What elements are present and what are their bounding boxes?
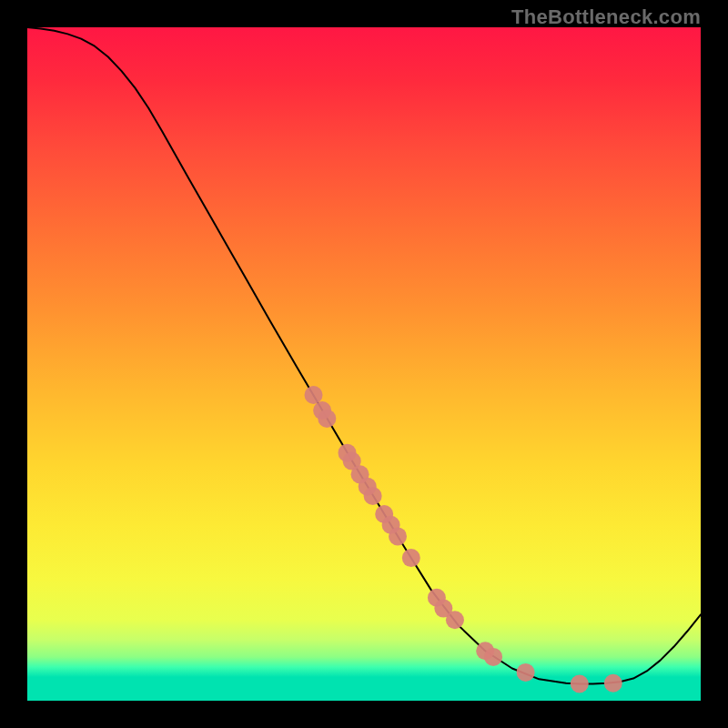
scatter-point bbox=[446, 611, 464, 629]
scatter-point bbox=[484, 648, 502, 666]
scatter-point bbox=[318, 410, 336, 428]
scatter-point bbox=[517, 663, 535, 682]
series-group bbox=[27, 27, 701, 684]
scatter-point bbox=[571, 675, 589, 693]
scatter-group bbox=[305, 386, 622, 693]
chart-frame: TheBottleneck.com bbox=[0, 0, 728, 728]
chart-overlay bbox=[0, 0, 728, 728]
line-curve bbox=[27, 27, 701, 684]
scatter-point bbox=[604, 674, 622, 693]
scatter-point bbox=[364, 487, 382, 505]
scatter-point bbox=[402, 549, 420, 567]
watermark-text: TheBottleneck.com bbox=[511, 5, 701, 29]
scatter-point bbox=[305, 386, 323, 404]
scatter-point bbox=[389, 527, 407, 545]
